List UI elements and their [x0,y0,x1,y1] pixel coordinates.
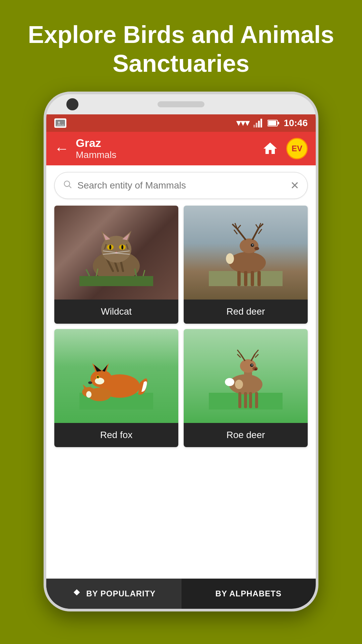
signal-icon [253,119,263,127]
animal-card-roedeer[interactable]: Roe deer [184,329,308,447]
search-icon [63,179,72,191]
header-left: ← Graz Mammals [54,137,116,160]
wildcat-image [54,206,178,300]
svg-point-87 [252,364,253,365]
phone-content: ✕ [46,165,316,609]
svg-point-75 [86,391,92,398]
svg-line-82 [237,354,241,358]
svg-line-81 [237,350,241,354]
svg-rect-55 [244,271,247,286]
wildcat-label: Wildcat [54,300,178,324]
phone-notch [46,94,316,114]
home-button[interactable] [259,138,281,159]
phone-frame: ▾▾▾ 10:46 ← [44,92,318,611]
svg-rect-9 [278,122,279,124]
svg-rect-32 [79,276,153,286]
svg-point-91 [225,378,234,386]
svg-line-11 [69,186,71,188]
status-bar: ▾▾▾ 10:46 [46,114,316,132]
svg-point-79 [240,359,256,373]
tab-by-alphabets[interactable]: BY ALPHABETS [181,579,316,609]
header-title-block: Graz Mammals [76,137,116,160]
status-left [54,118,66,128]
svg-line-36 [143,270,145,276]
svg-rect-4 [256,123,257,127]
svg-rect-56 [251,271,254,286]
svg-point-89 [254,368,257,370]
svg-point-53 [254,247,259,250]
svg-line-83 [251,354,255,361]
svg-rect-57 [257,271,261,286]
app-header: ← Graz Mammals EV [46,132,316,165]
search-clear-button[interactable]: ✕ [290,179,299,192]
bottom-bar: BY POPULARITY BY ALPHABETS [46,579,316,609]
svg-line-41 [237,229,246,240]
svg-point-10 [64,181,70,186]
svg-line-49 [256,224,258,228]
back-button[interactable]: ← [54,141,69,156]
svg-rect-95 [255,392,258,408]
svg-rect-92 [238,392,241,408]
svg-rect-6 [260,119,262,127]
reddeer-label: Red deer [184,300,308,324]
svg-point-26 [121,245,123,250]
camera-dot [66,98,78,110]
search-bar[interactable]: ✕ [54,172,308,199]
animal-card-reddeer[interactable]: Red deer [184,206,308,324]
logo-button[interactable]: EV [286,138,308,159]
roedeer-label: Roe deer [184,423,308,447]
svg-line-84 [255,350,258,354]
roedeer-image [184,329,308,423]
svg-line-44 [237,225,241,229]
svg-line-85 [255,354,258,358]
animal-card-wildcat[interactable]: Wildcat [54,206,178,324]
svg-rect-3 [253,125,255,127]
svg-point-70 [97,376,99,378]
redfox-label: Red fox [54,423,178,447]
tab-alphabets-label: BY ALPHABETS [216,589,282,598]
svg-point-90 [235,380,243,389]
svg-point-25 [109,245,111,250]
page-title: Explore Birds and Animals Sanctuaries [0,20,362,78]
header-city: Graz [76,137,116,150]
header-category: Mammals [76,150,116,160]
battery-icon [267,119,280,127]
wifi-icon: ▾▾▾ [236,118,249,128]
search-input[interactable] [77,180,290,191]
reddeer-image [184,206,308,300]
svg-rect-93 [244,392,247,408]
svg-line-45 [234,230,237,234]
tab-popularity-label: BY POPULARITY [86,589,156,598]
status-right: ▾▾▾ 10:46 [236,118,308,128]
svg-rect-94 [249,392,252,408]
redfox-image [54,329,178,423]
svg-point-40 [240,238,258,253]
svg-rect-8 [268,121,276,125]
animal-grid: Wildcat [46,206,316,447]
animal-card-redfox[interactable]: Red fox [54,329,178,447]
svg-point-52 [252,244,253,245]
svg-rect-5 [258,121,260,127]
svg-line-46 [252,228,258,240]
status-time: 10:46 [284,118,308,128]
sort-icon [71,587,82,600]
svg-point-68 [88,381,92,384]
tab-by-popularity[interactable]: BY POPULARITY [46,579,181,609]
svg-line-80 [241,354,245,361]
header-right: EV [259,138,308,159]
svg-line-50 [258,229,262,234]
svg-line-33 [86,269,89,276]
svg-point-67 [95,378,104,384]
svg-rect-54 [237,271,241,286]
phone-screen: ▾▾▾ 10:46 ← [46,114,316,609]
svg-point-58 [226,253,234,264]
speaker-grille [158,101,204,107]
image-status-icon [54,118,66,128]
